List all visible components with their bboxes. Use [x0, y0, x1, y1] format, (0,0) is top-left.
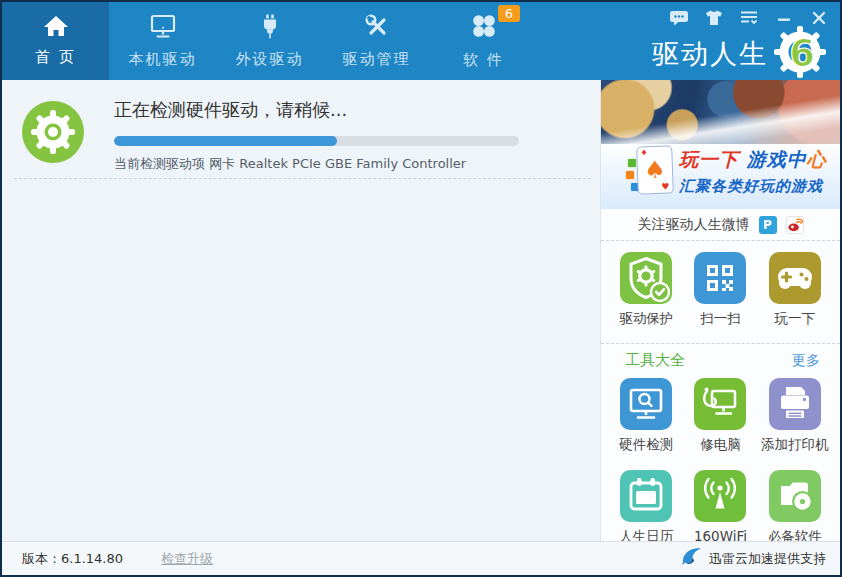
- tool-driver-protection[interactable]: 驱动保护: [609, 252, 683, 328]
- monitor-magnifier-icon: [620, 378, 672, 430]
- main-separator: [14, 178, 591, 179]
- weibo-follow-row: 关注驱动人生微博 P: [601, 209, 840, 241]
- footer-bar: 版本：6.1.14.80 检查升级 迅雷云加速提供支持: [2, 541, 840, 575]
- clover-icon: [470, 12, 498, 44]
- tab-local-drivers[interactable]: 本机驱动: [109, 2, 216, 80]
- software-count-badge: 6: [498, 5, 520, 22]
- home-icon: [43, 15, 69, 41]
- tools-grid: 硬件检测 修电脑: [601, 374, 840, 558]
- usb-icon: [258, 14, 282, 43]
- logo-number: 6: [789, 32, 815, 75]
- tab-home-label: 首 页: [35, 48, 76, 67]
- monitor-icon: [149, 14, 177, 43]
- tab-software-label: 软 件: [463, 51, 504, 70]
- tab-software[interactable]: 软 件 6: [430, 2, 537, 80]
- tools-section-header: 工具大全 更多: [601, 344, 840, 374]
- tool-play-games[interactable]: 玩一下: [758, 252, 832, 328]
- tool-scan-qr[interactable]: 扫一扫: [683, 252, 757, 328]
- wifi-icon: [694, 470, 746, 522]
- banner-title: 玩一下 游戏中心 汇聚各类好玩的游戏: [679, 147, 827, 196]
- weibo-follow-label: 关注驱动人生微博: [638, 216, 750, 234]
- quick-tools-row: 驱动保护 扫一扫: [601, 241, 840, 344]
- tool-160wifi[interactable]: 160WiFi: [683, 470, 757, 546]
- banner-photo: [601, 80, 840, 144]
- folder-disc-icon: [769, 470, 821, 522]
- game-center-banner[interactable]: ♦ ♠ ♥ 玩一下 游戏中心 汇聚各类好玩的游戏: [601, 80, 840, 209]
- logo-gear-icon: 6: [772, 24, 828, 84]
- tab-peripheral-drivers-label: 外设驱动: [236, 50, 304, 69]
- calendar-icon: [620, 470, 672, 522]
- version-label: 版本：6.1.14.80: [22, 550, 123, 568]
- app-window: 首 页 本机驱动: [0, 0, 842, 577]
- tab-local-drivers-label: 本机驱动: [129, 50, 197, 69]
- tencent-weibo-icon[interactable]: P: [759, 216, 777, 234]
- tab-driver-management-label: 驱动管理: [343, 50, 411, 69]
- tool-add-printer[interactable]: 添加打印机: [758, 378, 832, 454]
- tools-icon: [364, 13, 390, 43]
- tool-essential-software[interactable]: 必备软件: [758, 470, 832, 546]
- tool-repair-pc[interactable]: 修电脑: [683, 378, 757, 454]
- detection-status: 正在检测硬件驱动，请稍候... 当前检测驱动项 网卡 Realtek PCIe …: [114, 98, 584, 173]
- scanning-gear-icon: [22, 101, 84, 167]
- banner-lower: ♦ ♠ ♥ 玩一下 游戏中心 汇聚各类好玩的游戏: [601, 144, 840, 209]
- app-logo: 驱动人生 6: [652, 20, 828, 80]
- check-update-link[interactable]: 检查升级: [161, 550, 213, 568]
- shield-gear-icon: [620, 252, 672, 304]
- sponsor-text: 迅雷云加速提供支持: [709, 550, 826, 568]
- header-bar: 首 页 本机驱动: [2, 2, 840, 80]
- main-panel: 正在检测硬件驱动，请稍候... 当前检测驱动项 网卡 Realtek PCIe …: [2, 80, 600, 541]
- repair-pc-icon: [694, 378, 746, 430]
- sina-weibo-icon[interactable]: [786, 216, 804, 234]
- tools-section-title: 工具大全: [625, 351, 685, 370]
- tools-more-link[interactable]: 更多: [792, 352, 820, 370]
- tool-life-calendar[interactable]: 人生日历: [609, 470, 683, 546]
- tool-hardware-detect[interactable]: 硬件检测: [609, 378, 683, 454]
- progress-fill: [114, 136, 337, 146]
- gamepad-icon: [769, 252, 821, 304]
- sidebar-panel: ♦ ♠ ♥ 玩一下 游戏中心 汇聚各类好玩的游戏 关注驱动人生微博 P: [601, 80, 840, 541]
- app-logo-text: 驱动人生: [652, 28, 768, 80]
- qr-code-icon: [694, 252, 746, 304]
- xunlei-bird-icon: [681, 547, 703, 571]
- detection-detail: 当前检测驱动项 网卡 Realtek PCIe GBE Family Contr…: [114, 155, 584, 173]
- printer-icon: [769, 378, 821, 430]
- playing-card-icon: ♦ ♠ ♥: [625, 146, 677, 202]
- detection-title: 正在检测硬件驱动，请稍候...: [114, 98, 584, 122]
- progress-bar: [114, 136, 519, 146]
- banner-subtitle: 汇聚各类好玩的游戏: [679, 177, 827, 196]
- tab-peripheral-drivers[interactable]: 外设驱动: [216, 2, 323, 80]
- tab-home[interactable]: 首 页: [2, 2, 109, 80]
- tab-driver-management[interactable]: 驱动管理: [323, 2, 430, 80]
- sponsor-area: 迅雷云加速提供支持: [681, 547, 826, 571]
